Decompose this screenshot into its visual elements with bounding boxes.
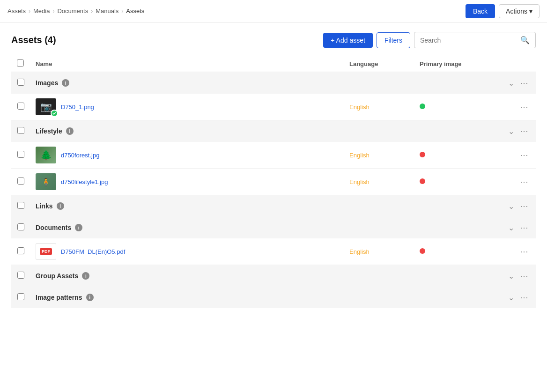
group-more-btn-2[interactable]: ⋯ [518, 200, 530, 212]
assets-header: Assets (4) + Add asset Filters 🔍 [11, 32, 536, 48]
group-collapse-btn-5[interactable]: ⌄ [506, 292, 516, 303]
group-name-4: Group Assets [36, 272, 78, 280]
thumb-forest: 🌲 [36, 147, 56, 163]
group-name-2: Links [36, 202, 53, 210]
thumb-lifestyle: 🧍 [36, 173, 56, 190]
breadcrumb-sep-4: › [121, 8, 123, 15]
group-more-btn-0[interactable]: ⋯ [518, 77, 530, 89]
asset-checkbox-d750fm[interactable] [17, 247, 24, 254]
group-row: Documents i ⌄ ⋯ [11, 217, 536, 238]
group-checkbox-3[interactable] [17, 223, 24, 230]
breadcrumb-manuals[interactable]: Manuals [96, 7, 118, 15]
asset-more-btn-d750_1[interactable]: ⋯ [518, 101, 530, 113]
primary-image-dot-d750lifestyle1 [420, 178, 425, 184]
group-checkbox-2[interactable] [17, 202, 24, 209]
breadcrumb-assets-active: Assets [126, 7, 144, 15]
asset-language-d750forest: English [349, 152, 370, 159]
check-badge [51, 110, 58, 117]
main-content: Assets (4) + Add asset Filters 🔍 Name La… [0, 22, 547, 318]
group-name-0: Images [36, 79, 58, 87]
breadcrumb-sep-1: › [29, 8, 30, 15]
group-more-btn-4[interactable]: ⋯ [518, 270, 530, 282]
group-row: Group Assets i ⌄ ⋯ [11, 265, 536, 287]
asset-checkbox-d750_1[interactable] [17, 103, 24, 110]
group-info-icon-1[interactable]: i [66, 127, 74, 135]
table-row: 🧍 d750lifestyle1.jpg English ⋯ [11, 169, 536, 195]
table-row: 🌲 d750forest.jpg English ⋯ [11, 142, 536, 169]
header-actions: + Add asset Filters 🔍 [323, 32, 536, 48]
col-header-language: Language [344, 56, 414, 72]
asset-filename-d750fm[interactable]: D750FM_DL(En)O5.pdf [61, 248, 125, 255]
asset-language-d750fm: English [349, 248, 370, 255]
actions-chevron-icon: ▾ [529, 7, 532, 15]
breadcrumb-sep-2: › [52, 8, 54, 15]
group-checkbox-5[interactable] [17, 293, 24, 300]
page-title: Assets (4) [11, 35, 56, 45]
group-name-1: Lifestyle [36, 127, 62, 135]
asset-more-btn-d750forest[interactable]: ⋯ [518, 149, 530, 161]
col-header-name: Name [30, 56, 344, 72]
group-checkbox-4[interactable] [17, 272, 24, 279]
filters-button[interactable]: Filters [377, 32, 410, 48]
group-more-btn-1[interactable]: ⋯ [518, 125, 530, 137]
group-more-btn-3[interactable]: ⋯ [518, 222, 530, 234]
asset-language-d750lifestyle1: English [349, 178, 370, 185]
breadcrumb: Assets › Media › Documents › Manuals › A… [7, 7, 144, 15]
top-bar: Assets › Media › Documents › Manuals › A… [0, 0, 547, 22]
breadcrumb-sep-3: › [91, 8, 93, 15]
group-collapse-btn-3[interactable]: ⌄ [506, 222, 516, 233]
asset-filename-d750forest[interactable]: d750forest.jpg [61, 152, 99, 159]
group-info-icon-0[interactable]: i [62, 79, 69, 87]
group-info-icon-4[interactable]: i [82, 272, 89, 280]
asset-more-btn-d750fm[interactable]: ⋯ [518, 245, 530, 258]
group-info-icon-3[interactable]: i [75, 224, 82, 231]
thumb-pdf: PDF [36, 243, 56, 260]
asset-filename-d750lifestyle1[interactable]: d750lifestyle1.jpg [61, 178, 108, 185]
add-asset-button[interactable]: + Add asset [323, 33, 373, 48]
breadcrumb-assets[interactable]: Assets [7, 7, 26, 15]
group-name-3: Documents [36, 224, 71, 231]
primary-image-dot-d750_1 [420, 104, 425, 109]
group-row: Image patterns i ⌄ ⋯ [11, 287, 536, 308]
group-row: Links i ⌄ ⋯ [11, 195, 536, 217]
asset-more-btn-d750lifestyle1[interactable]: ⋯ [518, 176, 530, 188]
group-checkbox-0[interactable] [17, 79, 24, 86]
group-info-icon-2[interactable]: i [57, 202, 64, 210]
pdf-label: PDF [40, 248, 52, 255]
group-checkbox-1[interactable] [17, 127, 24, 134]
group-collapse-btn-0[interactable]: ⌄ [506, 78, 516, 89]
col-header-primary: Primary image [414, 56, 498, 72]
assets-table: Name Language Primary image Images i ⌄ ⋯… [11, 56, 536, 308]
search-icon: 🔍 [520, 36, 530, 44]
actions-button[interactable]: Actions ▾ [499, 4, 540, 18]
group-row: Images i ⌄ ⋯ [11, 72, 536, 94]
asset-filename-d750_1[interactable]: D750_1.png [61, 104, 94, 111]
primary-image-dot-d750forest [420, 152, 425, 157]
thumb-camera [36, 98, 56, 115]
asset-checkbox-d750forest[interactable] [17, 151, 24, 158]
group-info-icon-5[interactable]: i [86, 294, 94, 301]
back-button[interactable]: Back [466, 4, 495, 18]
search-input[interactable] [420, 37, 517, 44]
group-more-btn-5[interactable]: ⋯ [518, 291, 530, 303]
asset-checkbox-d750lifestyle1[interactable] [17, 178, 24, 185]
top-bar-action-group: Back Actions ▾ [466, 4, 540, 18]
primary-image-dot-d750fm [420, 248, 425, 254]
group-name-5: Image patterns [36, 294, 82, 301]
select-all-checkbox[interactable] [17, 59, 24, 67]
group-collapse-btn-1[interactable]: ⌄ [506, 126, 516, 137]
breadcrumb-media[interactable]: Media [33, 7, 50, 15]
actions-label: Actions [506, 7, 527, 15]
search-box: 🔍 [414, 32, 536, 48]
asset-language-d750_1: English [349, 104, 370, 111]
table-row: PDF D750FM_DL(En)O5.pdf English ⋯ [11, 238, 536, 265]
breadcrumb-documents[interactable]: Documents [57, 7, 88, 15]
group-collapse-btn-2[interactable]: ⌄ [506, 201, 516, 212]
group-row: Lifestyle i ⌄ ⋯ [11, 120, 536, 142]
group-collapse-btn-4[interactable]: ⌄ [506, 271, 516, 281]
table-row: D750_1.png English ⋯ [11, 94, 536, 120]
